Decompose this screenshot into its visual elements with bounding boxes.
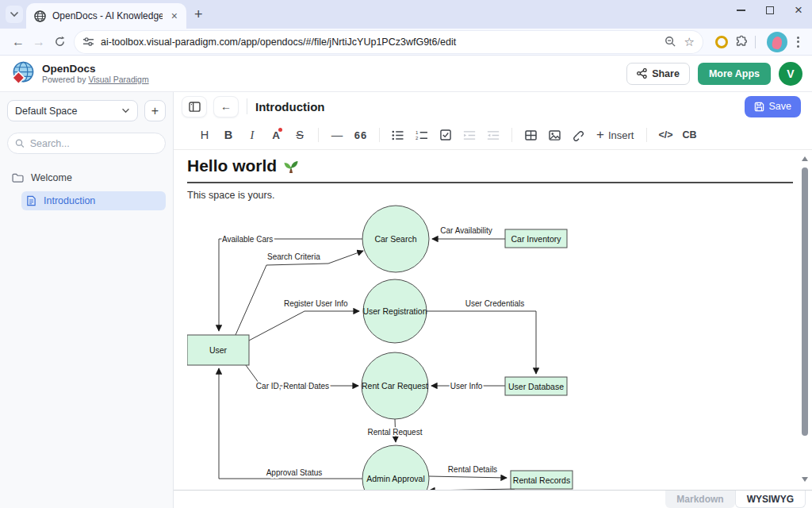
folder-icon: [12, 173, 24, 183]
flow-label: Car ID, Rental Dates: [256, 382, 329, 391]
bullet-list-icon: [392, 130, 404, 140]
add-space-button[interactable]: +: [144, 100, 166, 121]
toolbar-separator: [646, 128, 647, 142]
space-selector[interactable]: Default Space: [7, 100, 138, 121]
editor-scrollbar[interactable]: [799, 150, 810, 490]
doc-paragraph: This space is yours.: [187, 190, 793, 201]
chevron-down-icon: [121, 108, 130, 114]
scrollbar-thumb[interactable]: [802, 167, 808, 436]
site-settings-icon: [82, 37, 94, 47]
format-toolbar: H B I A S — 66 1 2: [174, 121, 812, 150]
save-button[interactable]: Save: [745, 96, 802, 117]
address-bar[interactable]: ai-toolbox.visual-paradigm.com/app/opend…: [75, 31, 703, 53]
insert-link-button[interactable]: [566, 125, 590, 145]
node-label: Rent Car Request: [362, 381, 428, 391]
forward-button[interactable]: →: [29, 32, 49, 52]
italic-button[interactable]: I: [240, 125, 264, 145]
sidebar-item-welcome[interactable]: Welcome: [7, 168, 166, 187]
profile-avatar[interactable]: [767, 32, 787, 52]
app-title: OpenDocs: [42, 63, 149, 75]
flow-label: Rental Request: [368, 428, 423, 437]
url-text: ai-toolbox.visual-paradigm.com/app/opend…: [101, 37, 658, 48]
powered-by: Powered by Visual Paradigm: [42, 75, 149, 84]
checkbox-icon: [440, 129, 451, 140]
visual-paradigm-link[interactable]: Visual Paradigm: [88, 75, 148, 84]
heading-button[interactable]: H: [193, 125, 216, 145]
user-avatar[interactable]: V: [779, 62, 802, 86]
checkbox-list-button[interactable]: [434, 125, 458, 145]
extensions-puzzle-icon[interactable]: [734, 35, 749, 49]
browser-tab[interactable]: OpenDocs - AI Knowledge Base ×: [26, 3, 186, 29]
more-apps-button[interactable]: More Apps: [698, 63, 771, 85]
bullet-list-button[interactable]: [386, 125, 410, 145]
node-label: Rental Records: [513, 475, 570, 485]
editor-canvas[interactable]: Hello world This space is yours.: [174, 150, 812, 490]
back-arrow-icon: ←: [220, 100, 232, 113]
header-divider: [247, 98, 247, 114]
flow-label: Approval Status: [266, 468, 323, 477]
tab-close-icon[interactable]: ×: [169, 10, 180, 21]
share-icon: [637, 68, 647, 79]
scroll-up-icon[interactable]: [802, 156, 808, 161]
svg-text:2: 2: [416, 136, 419, 140]
back-button[interactable]: ←: [8, 32, 29, 52]
share-button[interactable]: Share: [626, 63, 690, 85]
sidebar-search[interactable]: [7, 133, 166, 154]
font-color-button[interactable]: A: [264, 125, 288, 145]
window-minimize-icon[interactable]: [737, 10, 745, 10]
scroll-down-icon[interactable]: [802, 477, 808, 482]
seedling-emoji: [283, 158, 299, 174]
bookmark-star-icon[interactable]: ☆: [684, 35, 695, 49]
node-label: User: [209, 345, 228, 355]
zoom-icon[interactable]: [665, 36, 676, 48]
editor-mode-bar: Markdown WYSIWYG: [174, 490, 812, 508]
tab-title: OpenDocs - AI Knowledge Base: [52, 10, 163, 21]
globe-favicon: [34, 10, 46, 22]
blockquote-button[interactable]: 66: [349, 125, 373, 145]
horizontal-rule-button[interactable]: —: [325, 125, 349, 145]
extension-icon[interactable]: [715, 36, 728, 48]
search-input[interactable]: [30, 138, 158, 149]
flow-user-credentials: [427, 311, 536, 374]
save-floppy-icon: [754, 102, 764, 112]
markdown-mode-button[interactable]: Markdown: [665, 491, 734, 508]
back-navigation-button[interactable]: ←: [213, 96, 239, 117]
sidebar: Default Space + Welcome: [0, 92, 174, 508]
flow-label: Available Cars: [222, 235, 273, 244]
search-icon: [15, 138, 25, 148]
node-label: User Database: [508, 382, 564, 391]
insert-image-button[interactable]: [542, 125, 566, 145]
node-label: Car Search: [374, 234, 416, 244]
reload-button[interactable]: [49, 32, 70, 52]
wysiwyg-mode-button[interactable]: WYSIWYG: [735, 491, 806, 508]
insert-button[interactable]: + Insert: [590, 127, 640, 143]
link-icon: [573, 129, 584, 141]
chevron-down-icon: [10, 11, 19, 17]
dataflow-diagram[interactable]: Car Search User Registration Rent Car Re…: [187, 204, 774, 490]
sidebar-item-introduction[interactable]: Introduction: [21, 191, 166, 210]
bold-button[interactable]: B: [216, 125, 240, 145]
insert-table-button[interactable]: [519, 125, 542, 145]
outdent-button[interactable]: [481, 125, 505, 145]
inline-code-button[interactable]: </>: [653, 125, 677, 145]
code-block-button[interactable]: CB: [677, 125, 701, 145]
doc-header: ← Introduction Save: [174, 92, 812, 121]
tab-search-button[interactable]: [6, 6, 23, 23]
flow-rental-details: [429, 476, 507, 478]
browser-menu-icon[interactable]: [792, 37, 804, 48]
toggle-sidebar-button[interactable]: [182, 96, 207, 117]
svg-text:1: 1: [416, 130, 419, 135]
numbered-list-icon: 1 2: [416, 130, 428, 140]
indent-button[interactable]: [458, 125, 481, 145]
panel-toggle-icon: [189, 102, 201, 112]
table-icon: [525, 130, 537, 140]
window-maximize-icon[interactable]: [766, 6, 774, 14]
flow-search-criteria: [236, 251, 363, 335]
new-tab-button[interactable]: +: [194, 7, 203, 21]
numbered-list-button[interactable]: 1 2: [410, 125, 434, 145]
window-close-icon[interactable]: ×: [795, 6, 802, 14]
doc-heading: Hello world: [187, 156, 793, 183]
flow-label: User Credentials: [465, 299, 524, 308]
strikethrough-button[interactable]: S: [288, 125, 312, 145]
node-label: User Registration: [362, 306, 427, 316]
